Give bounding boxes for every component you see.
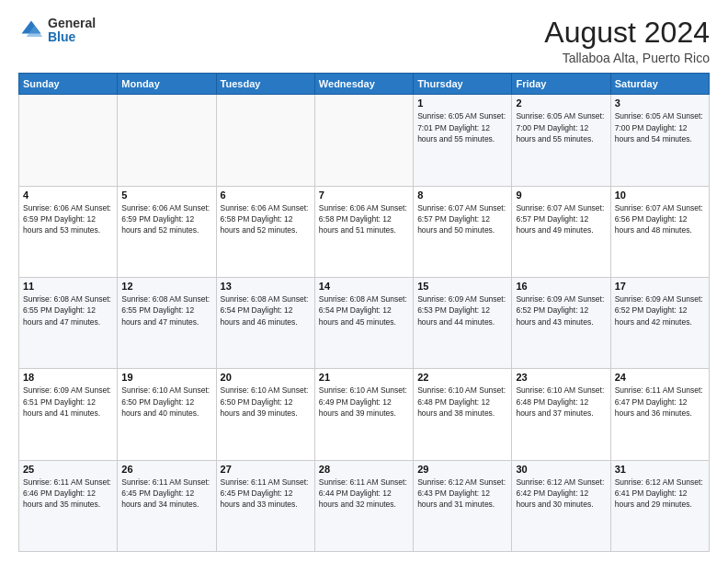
day-number: 11: [23, 281, 113, 292]
calendar-day-cell: 18Sunrise: 6:09 AM Sunset: 6:51 PM Dayli…: [19, 369, 118, 460]
calendar-day-cell: [118, 95, 216, 186]
calendar-day-cell: 30Sunrise: 6:12 AM Sunset: 6:42 PM Dayli…: [512, 460, 610, 551]
day-info: Sunrise: 6:07 AM Sunset: 6:57 PM Dayligh…: [516, 202, 606, 236]
calendar-day-cell: 24Sunrise: 6:11 AM Sunset: 6:47 PM Dayli…: [610, 369, 709, 460]
day-number: 12: [121, 281, 211, 292]
weekday-header-cell: Wednesday: [314, 74, 413, 95]
day-number: 6: [221, 190, 311, 201]
day-number: 19: [121, 372, 211, 383]
calendar-day-cell: 8Sunrise: 6:07 AM Sunset: 6:57 PM Daylig…: [414, 186, 512, 277]
calendar-day-cell: [19, 95, 118, 186]
calendar-day-cell: 28Sunrise: 6:11 AM Sunset: 6:44 PM Dayli…: [314, 460, 413, 551]
calendar-week-row: 18Sunrise: 6:09 AM Sunset: 6:51 PM Dayli…: [19, 369, 710, 460]
day-number: 23: [516, 372, 606, 383]
calendar-day-cell: 27Sunrise: 6:11 AM Sunset: 6:45 PM Dayli…: [216, 460, 314, 551]
calendar-day-cell: 25Sunrise: 6:11 AM Sunset: 6:46 PM Dayli…: [19, 460, 118, 551]
day-info: Sunrise: 6:10 AM Sunset: 6:49 PM Dayligh…: [319, 385, 409, 419]
calendar-day-cell: 26Sunrise: 6:11 AM Sunset: 6:45 PM Dayli…: [118, 460, 216, 551]
calendar-day-cell: [216, 95, 314, 186]
title-block: August 2024 Tallaboa Alta, Puerto Rico: [544, 17, 710, 65]
day-number: 13: [221, 281, 311, 292]
day-info: Sunrise: 6:06 AM Sunset: 6:59 PM Dayligh…: [23, 202, 113, 236]
day-number: 15: [417, 281, 507, 292]
day-info: Sunrise: 6:07 AM Sunset: 6:57 PM Dayligh…: [417, 202, 507, 236]
day-number: 16: [516, 281, 606, 292]
calendar-week-row: 25Sunrise: 6:11 AM Sunset: 6:46 PM Dayli…: [19, 460, 710, 551]
day-info: Sunrise: 6:11 AM Sunset: 6:45 PM Dayligh…: [221, 477, 311, 511]
calendar-week-row: 11Sunrise: 6:08 AM Sunset: 6:55 PM Dayli…: [19, 277, 710, 368]
calendar-day-cell: 20Sunrise: 6:10 AM Sunset: 6:50 PM Dayli…: [216, 369, 314, 460]
day-number: 20: [221, 372, 311, 383]
calendar-day-cell: 9Sunrise: 6:07 AM Sunset: 6:57 PM Daylig…: [512, 186, 610, 277]
header: General Blue August 2024 Tallaboa Alta, …: [18, 17, 710, 65]
day-info: Sunrise: 6:05 AM Sunset: 7:00 PM Dayligh…: [615, 110, 705, 144]
calendar-day-cell: 29Sunrise: 6:12 AM Sunset: 6:43 PM Dayli…: [414, 460, 512, 551]
day-number: 28: [319, 464, 409, 475]
day-number: 14: [319, 281, 409, 292]
day-info: Sunrise: 6:10 AM Sunset: 6:48 PM Dayligh…: [417, 385, 507, 419]
day-info: Sunrise: 6:07 AM Sunset: 6:56 PM Dayligh…: [615, 202, 705, 236]
calendar-week-row: 4Sunrise: 6:06 AM Sunset: 6:59 PM Daylig…: [19, 186, 710, 277]
calendar-day-cell: 31Sunrise: 6:12 AM Sunset: 6:41 PM Dayli…: [610, 460, 709, 551]
calendar-day-cell: [314, 95, 413, 186]
day-number: 26: [121, 464, 211, 475]
calendar-day-cell: 7Sunrise: 6:06 AM Sunset: 6:58 PM Daylig…: [314, 186, 413, 277]
day-info: Sunrise: 6:12 AM Sunset: 6:41 PM Dayligh…: [615, 477, 705, 511]
day-number: 10: [615, 190, 705, 201]
logo-general-text: General: [48, 16, 96, 30]
day-number: 2: [516, 98, 606, 109]
calendar-day-cell: 1Sunrise: 6:05 AM Sunset: 7:01 PM Daylig…: [414, 95, 512, 186]
day-info: Sunrise: 6:12 AM Sunset: 6:42 PM Dayligh…: [516, 477, 606, 511]
calendar-body: 1Sunrise: 6:05 AM Sunset: 7:01 PM Daylig…: [19, 95, 710, 552]
calendar-day-cell: 15Sunrise: 6:09 AM Sunset: 6:53 PM Dayli…: [414, 277, 512, 368]
day-info: Sunrise: 6:08 AM Sunset: 6:54 PM Dayligh…: [319, 293, 409, 327]
calendar-day-cell: 11Sunrise: 6:08 AM Sunset: 6:55 PM Dayli…: [19, 277, 118, 368]
day-info: Sunrise: 6:08 AM Sunset: 6:54 PM Dayligh…: [221, 293, 311, 327]
day-info: Sunrise: 6:09 AM Sunset: 6:52 PM Dayligh…: [615, 293, 705, 327]
day-info: Sunrise: 6:06 AM Sunset: 6:58 PM Dayligh…: [319, 202, 409, 236]
calendar-day-cell: 13Sunrise: 6:08 AM Sunset: 6:54 PM Dayli…: [216, 277, 314, 368]
day-info: Sunrise: 6:11 AM Sunset: 6:45 PM Dayligh…: [121, 477, 211, 511]
day-number: 5: [121, 190, 211, 201]
day-number: 1: [417, 98, 507, 109]
calendar-day-cell: 14Sunrise: 6:08 AM Sunset: 6:54 PM Dayli…: [314, 277, 413, 368]
weekday-header-cell: Sunday: [19, 74, 118, 95]
day-info: Sunrise: 6:10 AM Sunset: 6:50 PM Dayligh…: [121, 385, 211, 419]
day-number: 30: [516, 464, 606, 475]
calendar-day-cell: 3Sunrise: 6:05 AM Sunset: 7:00 PM Daylig…: [610, 95, 709, 186]
day-number: 21: [319, 372, 409, 383]
day-info: Sunrise: 6:11 AM Sunset: 6:46 PM Dayligh…: [23, 477, 113, 511]
weekday-header-cell: Monday: [118, 74, 216, 95]
location-title: Tallaboa Alta, Puerto Rico: [544, 51, 710, 65]
day-number: 29: [417, 464, 507, 475]
calendar-day-cell: 21Sunrise: 6:10 AM Sunset: 6:49 PM Dayli…: [314, 369, 413, 460]
calendar-day-cell: 6Sunrise: 6:06 AM Sunset: 6:58 PM Daylig…: [216, 186, 314, 277]
day-info: Sunrise: 6:09 AM Sunset: 6:53 PM Dayligh…: [417, 293, 507, 327]
day-number: 17: [615, 281, 705, 292]
day-info: Sunrise: 6:06 AM Sunset: 6:58 PM Dayligh…: [221, 202, 311, 236]
calendar-day-cell: 4Sunrise: 6:06 AM Sunset: 6:59 PM Daylig…: [19, 186, 118, 277]
calendar-day-cell: 12Sunrise: 6:08 AM Sunset: 6:55 PM Dayli…: [118, 277, 216, 368]
day-number: 18: [23, 372, 113, 383]
calendar-week-row: 1Sunrise: 6:05 AM Sunset: 7:01 PM Daylig…: [19, 95, 710, 186]
day-number: 7: [319, 190, 409, 201]
day-info: Sunrise: 6:05 AM Sunset: 7:00 PM Dayligh…: [516, 110, 606, 144]
day-info: Sunrise: 6:06 AM Sunset: 6:59 PM Dayligh…: [121, 202, 211, 236]
weekday-header-cell: Thursday: [414, 74, 512, 95]
month-title: August 2024: [544, 17, 710, 49]
calendar-day-cell: 17Sunrise: 6:09 AM Sunset: 6:52 PM Dayli…: [610, 277, 709, 368]
page: General Blue August 2024 Tallaboa Alta, …: [0, 0, 728, 563]
logo-text: General Blue: [48, 17, 96, 45]
day-info: Sunrise: 6:08 AM Sunset: 6:55 PM Dayligh…: [121, 293, 211, 327]
day-info: Sunrise: 6:11 AM Sunset: 6:47 PM Dayligh…: [615, 385, 705, 419]
logo-blue-text: Blue: [48, 29, 75, 44]
day-info: Sunrise: 6:05 AM Sunset: 7:01 PM Dayligh…: [417, 110, 507, 144]
day-info: Sunrise: 6:12 AM Sunset: 6:43 PM Dayligh…: [417, 477, 507, 511]
day-info: Sunrise: 6:10 AM Sunset: 6:50 PM Dayligh…: [221, 385, 311, 419]
calendar-day-cell: 16Sunrise: 6:09 AM Sunset: 6:52 PM Dayli…: [512, 277, 610, 368]
day-number: 3: [615, 98, 705, 109]
calendar-day-cell: 2Sunrise: 6:05 AM Sunset: 7:00 PM Daylig…: [512, 95, 610, 186]
calendar-day-cell: 5Sunrise: 6:06 AM Sunset: 6:59 PM Daylig…: [118, 186, 216, 277]
weekday-header-cell: Tuesday: [216, 74, 314, 95]
day-number: 31: [615, 464, 705, 475]
